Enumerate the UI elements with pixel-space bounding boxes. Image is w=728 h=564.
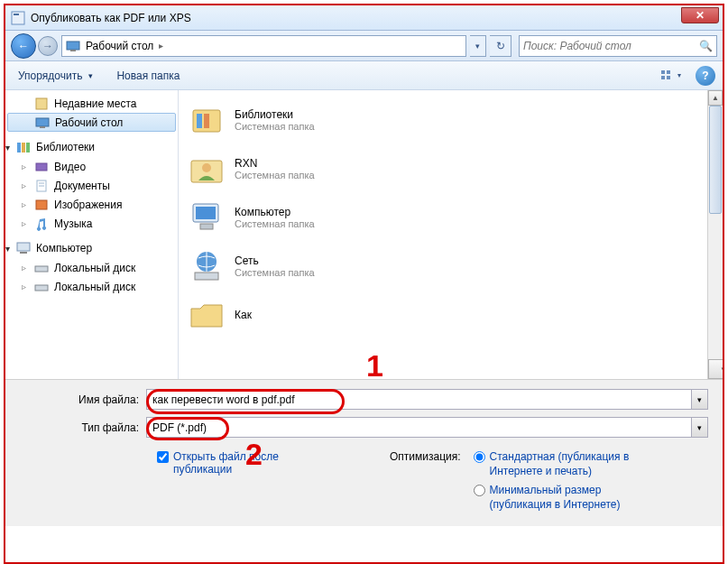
scroll-down-button[interactable]: ▼ [708, 359, 723, 379]
svg-rect-21 [35, 266, 48, 272]
filetype-row: Тип файла: PDF (*.pdf) ▾ [20, 417, 708, 438]
svg-rect-9 [36, 118, 49, 126]
file-subtitle: Системная папка [235, 170, 315, 180]
svg-rect-7 [667, 76, 670, 79]
filename-row: Имя файла: как перевести word в pdf.pdf … [20, 389, 708, 410]
expand-icon[interactable]: ▹ [20, 181, 28, 190]
search-input[interactable] [523, 40, 699, 52]
file-item-libraries[interactable]: Библиотеки Системная папка [182, 96, 719, 144]
video-icon [34, 160, 49, 174]
computer-icon [188, 199, 226, 236]
desktop-icon [35, 116, 50, 130]
toolbar: Упорядочить Новая папка ▾ ? [5, 61, 723, 90]
svg-rect-18 [36, 200, 47, 209]
address-breadcrumb[interactable]: Рабочий стол ▸ [61, 35, 466, 57]
nav-back-button[interactable]: ← [11, 33, 36, 59]
sidebar-item-local-disk-d[interactable]: ▹ Локальный диск [5, 277, 178, 296]
sidebar-item-label: Библиотеки [36, 141, 95, 153]
expand-icon[interactable]: ▹ [20, 200, 28, 208]
sidebar-item-documents[interactable]: ▹ Документы [5, 176, 178, 195]
sidebar-item-video[interactable]: ▹ Видео [5, 157, 178, 176]
optimize-minimal-radio[interactable]: Минимальный размер (публикация в Интерне… [474, 484, 652, 512]
filetype-dropdown-button[interactable]: ▾ [691, 418, 707, 437]
drive-icon [34, 261, 49, 275]
file-name: Как [235, 309, 252, 321]
svg-rect-24 [197, 114, 202, 128]
filename-input[interactable]: как перевести word в pdf.pdf ▾ [146, 389, 708, 410]
view-icon [661, 70, 676, 81]
options-row: Открыть файл после публикации Оптимизаци… [20, 445, 708, 517]
optimize-standard-radio[interactable]: Стандартная (публикация в Интернете и пе… [474, 450, 652, 478]
help-icon: ? [702, 69, 708, 82]
optimize-standard-input[interactable] [474, 451, 485, 463]
organize-button[interactable]: Упорядочить [13, 66, 98, 86]
sidebar-group-computer[interactable]: ▾ Компьютер [5, 238, 178, 258]
file-item-computer[interactable]: Компьютер Системная папка [182, 193, 719, 242]
optimize-minimal-input[interactable] [474, 485, 485, 496]
file-item-kak[interactable]: Как [182, 291, 719, 339]
file-item-network[interactable]: Сеть Системная папка [182, 242, 719, 291]
expand-icon[interactable]: ▹ [20, 219, 28, 227]
nav-forward-button[interactable]: → [38, 36, 58, 56]
svg-rect-30 [200, 224, 213, 229]
refresh-button[interactable]: ↻ [490, 35, 511, 57]
optimize-radio-group: Стандартная (публикация в Интернете и пе… [474, 450, 652, 517]
sidebar-item-label: Локальный диск [54, 281, 135, 293]
window-titlebar: Опубликовать как PDF или XPS ✕ [5, 5, 723, 31]
svg-rect-14 [36, 163, 47, 171]
search-box[interactable]: 🔍 [519, 35, 717, 57]
file-item-rxn[interactable]: RXN Системная папка [182, 144, 719, 193]
sidebar-item-recent[interactable]: Недавние места [5, 94, 178, 113]
computer-icon [16, 241, 31, 255]
address-bar-row: ← → Рабочий стол ▸ ▾ ↻ 🔍 [5, 31, 723, 61]
file-subtitle: Системная папка [235, 267, 315, 278]
file-name: Сеть [235, 254, 315, 267]
sidebar-item-music[interactable]: ▹ Музыка [5, 214, 178, 233]
breadcrumb-location: Рабочий стол [86, 40, 153, 52]
filename-dropdown-button[interactable]: ▾ [691, 390, 707, 409]
sidebar-item-local-disk-c[interactable]: ▹ Локальный диск [5, 258, 178, 277]
view-mode-button[interactable]: ▾ [659, 66, 683, 86]
scroll-up-button[interactable]: ▲ [708, 90, 723, 106]
help-button[interactable]: ? [696, 66, 715, 86]
filename-value: как перевести word в pdf.pdf [152, 393, 295, 406]
expand-icon[interactable]: ▹ [20, 264, 28, 272]
sidebar-group-libraries[interactable]: ▾ Библиотеки [5, 137, 178, 157]
svg-rect-32 [195, 273, 218, 280]
optimize-minimal-label: Минимальный размер (публикация в Интерне… [490, 484, 652, 512]
libraries-icon [188, 101, 226, 139]
new-folder-button[interactable]: Новая папка [111, 66, 185, 86]
annotation-number-2: 2 [245, 437, 263, 472]
search-icon: 🔍 [699, 40, 713, 52]
svg-rect-13 [26, 143, 30, 153]
folder-icon [188, 296, 226, 334]
filetype-select[interactable]: PDF (*.pdf) ▾ [146, 417, 708, 438]
svg-rect-29 [196, 207, 216, 219]
vertical-scrollbar[interactable]: ▲ ▼ [707, 90, 723, 379]
svg-rect-2 [67, 42, 79, 50]
chevron-right-icon: ▸ [159, 41, 163, 51]
close-button[interactable]: ✕ [681, 7, 719, 23]
app-icon [11, 11, 25, 25]
sidebar: Недавние места Рабочий стол ▾ Библиотеки… [5, 90, 179, 379]
sidebar-item-label: Видео [54, 161, 86, 173]
sidebar-item-images[interactable]: ▹ Изображения [5, 195, 178, 214]
open-after-checkbox-input[interactable] [157, 451, 169, 463]
svg-rect-6 [661, 76, 665, 79]
expand-icon[interactable]: ▾ [5, 244, 15, 254]
svg-rect-3 [70, 50, 76, 51]
chevron-down-icon: ▾ [677, 71, 681, 79]
address-dropdown-button[interactable]: ▾ [470, 35, 486, 57]
recent-icon [34, 97, 49, 111]
svg-rect-25 [204, 114, 209, 128]
scroll-thumb[interactable] [709, 106, 722, 214]
sidebar-item-label: Локальный диск [54, 262, 135, 274]
libraries-icon [16, 140, 31, 154]
expand-icon[interactable]: ▹ [20, 282, 28, 291]
expand-icon[interactable]: ▾ [5, 143, 15, 153]
sidebar-item-desktop[interactable]: Рабочий стол [7, 113, 176, 132]
svg-rect-10 [40, 126, 45, 128]
desktop-icon [66, 39, 80, 53]
expand-icon[interactable]: ▹ [20, 162, 28, 171]
filetype-value: PDF (*.pdf) [152, 421, 207, 434]
